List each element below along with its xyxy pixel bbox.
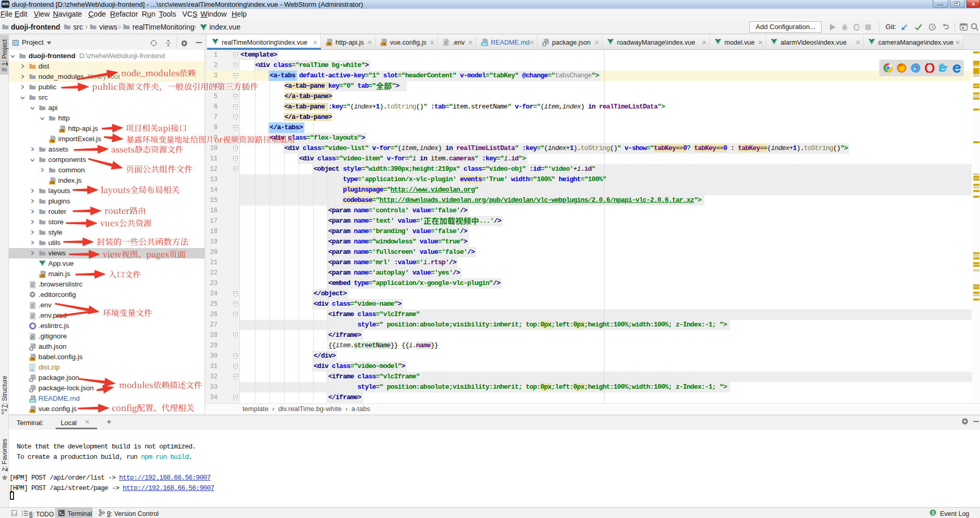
svg-text:JS: JS [327, 42, 332, 46]
svg-text:2: Favorites: 2: Favorites [1, 439, 8, 471]
svg-text:JS: JS [41, 274, 45, 278]
svg-text:{}: {} [543, 43, 546, 46]
svg-text:{}: {} [30, 378, 33, 382]
svg-text:{}: {} [30, 347, 33, 351]
svg-text:1: 1 [932, 510, 934, 515]
svg-text:JS: JS [60, 129, 65, 132]
svg-text:MD: MD [30, 399, 35, 402]
svg-text:MD: MD [482, 42, 487, 46]
svg-text:7: Structure: 7: Structure [1, 376, 8, 408]
svg-text:JS: JS [31, 357, 35, 361]
svg-text:JS: JS [31, 409, 35, 413]
svg-text:JS: JS [382, 42, 386, 46]
svg-text:1: Project: 1: Project [1, 39, 8, 65]
svg-text:JS: JS [50, 181, 55, 184]
svg-text:JS: JS [50, 139, 55, 143]
svg-text:{}: {} [30, 389, 33, 392]
